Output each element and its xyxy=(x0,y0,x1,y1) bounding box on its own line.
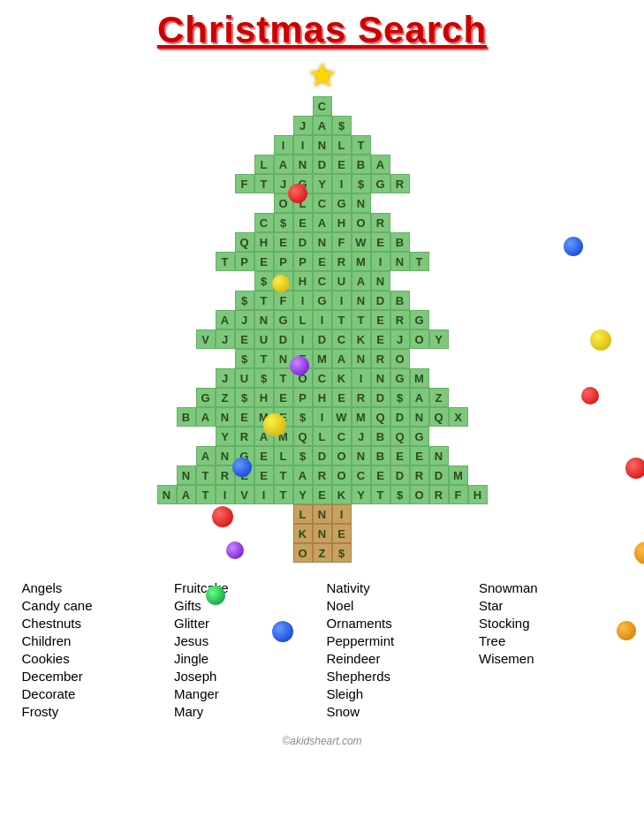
word-item: Manger xyxy=(174,686,318,701)
grid-cell: W xyxy=(332,407,352,427)
grid-cell: Q xyxy=(293,427,313,446)
grid-cell: L xyxy=(274,446,293,465)
grid-cell: R xyxy=(313,465,332,485)
grid-cell: Q xyxy=(429,407,449,427)
grid-row: GZ$HEPHERD$AZ xyxy=(196,388,449,407)
grid-cell: Q xyxy=(390,427,410,446)
grid-cell: R xyxy=(371,349,390,368)
grid-cell: I xyxy=(313,407,332,427)
grid-cell: C xyxy=(313,193,332,213)
grid-row: QHEDNFWEB xyxy=(235,232,410,252)
word-item: Peppermint xyxy=(327,633,471,648)
grid-cell: J xyxy=(274,174,293,193)
ornament xyxy=(590,329,611,351)
grid-cell: G xyxy=(390,368,410,388)
grid-cell: A xyxy=(293,465,313,485)
grid-cell: C xyxy=(313,368,332,388)
grid-cell: N xyxy=(313,524,332,543)
grid-cell: $ xyxy=(352,174,371,193)
grid-row: JU$TOCKINGM xyxy=(216,368,429,388)
grid-cell: M xyxy=(313,349,332,368)
word-item: Nativity xyxy=(327,580,471,595)
grid-cell: F xyxy=(332,232,352,252)
grid-cell: H xyxy=(254,388,274,407)
grid-cell: T xyxy=(196,465,216,485)
grid-cell: P xyxy=(293,388,313,407)
grid-cell: K xyxy=(352,329,371,349)
grid-cell: D xyxy=(313,329,332,349)
ornament xyxy=(564,237,583,256)
grid-row: C$EAHOR xyxy=(254,213,390,232)
grid-cell: T xyxy=(352,135,371,155)
grid-cell: B xyxy=(371,446,390,465)
grid-cell: A xyxy=(177,485,196,504)
grid-cell: T xyxy=(254,174,274,193)
grid-cell: J xyxy=(352,427,371,446)
grid-cell: $ xyxy=(235,388,254,407)
grid-cell: Y xyxy=(352,485,371,504)
grid-cell: D xyxy=(274,329,293,349)
grid-cell: G xyxy=(371,174,390,193)
grid-cell: P xyxy=(274,252,293,271)
grid-cell: M xyxy=(352,407,371,427)
grid-row: NTREETAROCEDRDM xyxy=(177,465,468,485)
word-item: Snow xyxy=(327,704,471,719)
grid-cell: O xyxy=(352,213,371,232)
grid-row: IINLT xyxy=(274,135,371,155)
grid-cell: $ xyxy=(332,543,352,563)
grid-cell: T xyxy=(274,485,293,504)
grid-cell: J xyxy=(235,310,254,329)
grid-row: BANEME$IWMQDNQX xyxy=(177,407,468,427)
grid-row: $HHCUAN xyxy=(254,271,390,291)
word-item: Children xyxy=(22,633,166,648)
word-item: Chestnuts xyxy=(22,616,166,631)
grid-cell: N xyxy=(352,193,371,213)
grid-cell: L xyxy=(293,504,313,524)
grid-cell: B xyxy=(177,407,196,427)
grid-cell: T xyxy=(274,368,293,388)
grid-row: AJNGLITTERG xyxy=(216,310,429,329)
word-item: Wisemen xyxy=(479,651,623,666)
grid-cell: J xyxy=(293,116,313,135)
grid-cell: O xyxy=(332,446,352,465)
grid-cell: L xyxy=(254,155,274,174)
grid-cell: U xyxy=(254,329,274,349)
grid-cell: K xyxy=(293,524,313,543)
grid-cell: M xyxy=(449,465,468,485)
grid-row: JA$ xyxy=(293,116,352,135)
grid-cell: Z xyxy=(216,388,235,407)
grid-cell: E xyxy=(313,252,332,271)
grid-cell: E xyxy=(254,465,274,485)
grid-cell: H xyxy=(293,271,313,291)
grid-row: C xyxy=(313,96,332,116)
grid-cell: A xyxy=(371,155,390,174)
grid-cell: A xyxy=(196,446,216,465)
grid-cell: D xyxy=(313,155,332,174)
grid-cell: R xyxy=(352,388,371,407)
grid-cell: V xyxy=(235,485,254,504)
word-item: Stocking xyxy=(479,616,623,631)
grid-cell: C xyxy=(254,213,274,232)
grid-cell: F xyxy=(235,174,254,193)
grid-cell: B xyxy=(371,427,390,446)
grid-cell: E xyxy=(371,329,390,349)
grid-cell: D xyxy=(429,465,449,485)
grid-cell: Q xyxy=(235,232,254,252)
grid-cell: I xyxy=(293,329,313,349)
grid-cell: I xyxy=(332,504,352,524)
copyright: ©akidsheart.com xyxy=(282,735,361,747)
grid-cell: D xyxy=(390,407,410,427)
grid-cell: R xyxy=(390,310,410,329)
word-item: Glitter xyxy=(174,616,318,631)
grid-cell: $ xyxy=(254,368,274,388)
grid-cell: H xyxy=(332,213,352,232)
grid-cell: N xyxy=(313,232,332,252)
grid-row: VJEUDIDCKEJOY xyxy=(196,329,449,349)
word-item: Sleigh xyxy=(327,686,471,701)
grid-cell: I xyxy=(293,135,313,155)
grid-cell: A xyxy=(410,388,429,407)
word-item: Mary xyxy=(174,704,318,719)
grid-cell: $ xyxy=(235,349,254,368)
word-item: Tree xyxy=(479,633,623,648)
grid-row: ANGEL$DONBEEN xyxy=(196,446,449,465)
